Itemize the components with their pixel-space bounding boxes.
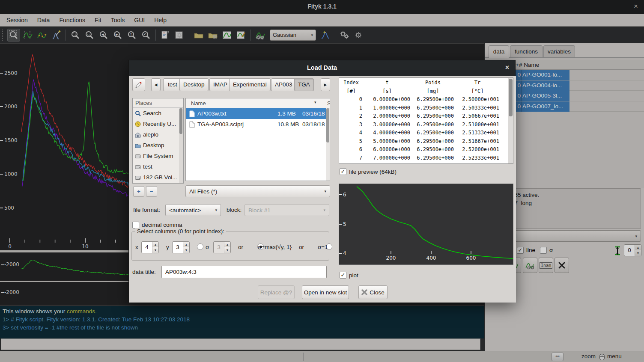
menu-functions[interactable]: Functions: [54, 15, 90, 26]
aux2-y-label: -2000: [4, 289, 19, 295]
file-preview-label: file preview (64kB): [349, 169, 397, 175]
data-title-input[interactable]: AP003w:4:3: [161, 266, 327, 278]
delete-data-button[interactable]: [555, 258, 569, 273]
window-close-icon[interactable]: ×: [634, 2, 638, 11]
file-list-scrollbar[interactable]: [326, 108, 330, 181]
col-name[interactable]: Name: [191, 100, 206, 107]
edit-script-icon[interactable]: [159, 29, 172, 42]
menu-gui[interactable]: GUI: [129, 15, 149, 26]
add-place-button[interactable]: +: [133, 186, 144, 197]
toolbar-grip[interactable]: [2, 30, 5, 41]
shift-spinner[interactable]: 0 ▲▼: [624, 244, 641, 256]
session-settings-icon[interactable]: [173, 29, 186, 42]
close-button[interactable]: Close: [358, 285, 388, 299]
plot-checkbox-label: plot: [349, 272, 358, 279]
minus-icon: −: [150, 188, 153, 195]
chevron-right-icon: ▶: [324, 83, 327, 87]
zoom-left-icon[interactable]: ◀: [97, 29, 110, 42]
svg-text:◀: ◀: [101, 32, 104, 36]
sigma-col-radio[interactable]: [197, 243, 203, 250]
menu-help[interactable]: Help: [149, 15, 171, 26]
place-recently-u-[interactable]: Recently U...: [133, 119, 183, 129]
place-test[interactable]: test: [133, 161, 183, 172]
file-icon: [189, 110, 195, 117]
file-row-tga-ap003-sciprj[interactable]: TGA-AP003.sciprj10.8 MB03/18/18: [186, 119, 330, 130]
dialog-close-icon[interactable]: ×: [505, 64, 509, 71]
plot-checkbox[interactable]: ✓: [340, 272, 346, 279]
sigma-col-spinner: 3 ▲▼: [213, 241, 231, 253]
fit-run-icon[interactable]: [338, 29, 351, 42]
breadcrumb-imap[interactable]: IMAP: [209, 78, 231, 91]
tab-variables[interactable]: variables: [543, 45, 575, 57]
file-row-ap003w-txt[interactable]: AP003w.txt1.3 MB03/16/18: [186, 108, 330, 119]
file-format-dropdown[interactable]: <automatic>▾: [165, 204, 221, 216]
zoom-all-icon[interactable]: [69, 29, 82, 42]
edit-path-button[interactable]: [132, 78, 145, 91]
preview-plot: 654200400600: [339, 184, 513, 265]
sigma-checkbox[interactable]: [540, 246, 547, 254]
mouse-right-hint: menu: [607, 353, 622, 359]
place-file-system[interactable]: File System: [133, 151, 183, 161]
mouse-config-button[interactable]: ᵍᵘᵒ: [552, 353, 564, 361]
data-transform-button[interactable]: [523, 258, 537, 273]
baseline-mode-icon[interactable]: [36, 29, 48, 42]
function-type-dropdown[interactable]: Gaussian▾: [270, 30, 316, 41]
add-function-icon[interactable]: +: [319, 29, 332, 42]
y-col-spinner[interactable]: 3 ▲▼: [172, 241, 190, 253]
file-filter-dropdown[interactable]: All Files (*)▾: [185, 185, 330, 197]
breadcrumb-desktop[interactable]: Desktop: [179, 78, 209, 91]
export-data-icon[interactable]: [235, 29, 247, 42]
remove-place-button[interactable]: −: [146, 186, 157, 197]
file-preview-pane[interactable]: IndextPoidsTr[#][s][mg][°C]00.00000e+000…: [339, 77, 513, 164]
menu-tools[interactable]: Tools: [106, 15, 130, 26]
preview-scrollbar[interactable]: [508, 78, 513, 163]
command-input[interactable]: [1, 338, 480, 350]
file-preview-checkbox[interactable]: ✓: [340, 168, 346, 175]
data-title-label: data title:: [132, 269, 156, 275]
console-highlight: commands.: [67, 308, 97, 315]
open-in-new-slot-button[interactable]: Open in new slot: [302, 285, 349, 299]
tab-functions[interactable]: functions: [510, 45, 543, 57]
places-header: Places: [133, 98, 183, 108]
breadcrumb-ap003[interactable]: AP003: [271, 78, 296, 91]
preview-data-row: 00.00000e+0006.29500e+0002.50000e+001: [339, 95, 500, 104]
fit-settings-icon[interactable]: [352, 29, 365, 42]
tab-data[interactable]: data: [489, 45, 509, 58]
decimal-comma-checkbox[interactable]: [132, 221, 139, 228]
preview-units: [#][s][mg][°C]: [339, 87, 500, 96]
breadcrumb-tga[interactable]: TGA: [294, 78, 314, 91]
file-name: AP003w.txt: [197, 110, 277, 117]
zoom-mode-icon[interactable]: [7, 29, 20, 42]
zoom-vertical-icon[interactable]: ↕: [125, 29, 138, 42]
data-transform-icon[interactable]: [254, 29, 267, 42]
dataset-name: AP-GO005-3l...: [522, 91, 569, 101]
zoom-right-icon[interactable]: ▶: [111, 29, 124, 42]
place-182-gb-vol-[interactable]: 182 GB Vol...: [133, 172, 183, 183]
menu-fit[interactable]: Fit: [90, 15, 106, 26]
path-forward-button[interactable]: ▶: [321, 78, 330, 91]
places-scrollbar[interactable]: [179, 108, 183, 183]
svg-text:2500: 2500: [4, 70, 18, 76]
place-search[interactable]: Search: [133, 108, 183, 119]
file-size: 1.3 MB: [277, 110, 302, 117]
path-back-button[interactable]: ◀: [151, 78, 161, 91]
menu-data[interactable]: Data: [33, 15, 55, 26]
place-desktop[interactable]: Desktop: [133, 140, 183, 151]
window-titlebar: Fityk 1.3.1 ×: [0, 0, 644, 14]
svg-text:200: 200: [386, 255, 396, 261]
add-peak-mode-icon[interactable]: [50, 29, 63, 42]
x-col-spinner[interactable]: 4 ▲▼: [141, 241, 159, 253]
menu-session[interactable]: Session: [2, 15, 33, 26]
zoom-selection-icon[interactable]: ▭: [83, 29, 96, 42]
spin-down-icon: ▼: [635, 250, 641, 256]
save-session-icon[interactable]: [221, 29, 233, 42]
open-session-icon[interactable]: [192, 29, 205, 42]
zoom-previous-icon[interactable]: ↶: [140, 29, 152, 42]
col-size[interactable]: Size: [327, 100, 330, 107]
breadcrumb-experimental[interactable]: Experimental: [229, 78, 271, 91]
load-data-icon[interactable]: [206, 29, 219, 42]
rename-data-button[interactable]: Inam: [539, 258, 553, 273]
place-aleplo[interactable]: aleplo: [133, 129, 183, 140]
data-range-mode-icon[interactable]: [21, 29, 34, 42]
line-checkbox[interactable]: ✓: [517, 246, 524, 254]
